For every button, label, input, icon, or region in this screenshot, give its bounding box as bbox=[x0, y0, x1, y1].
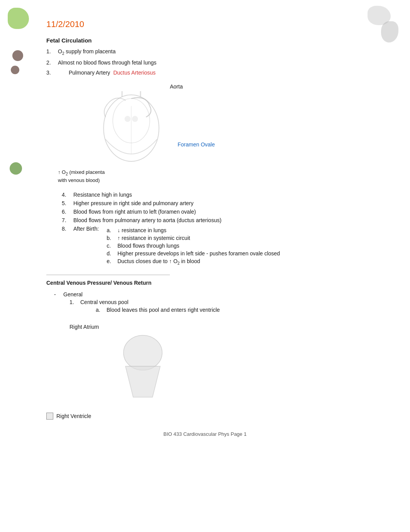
cvp-general-list: - General 1. Central venous pool a. bbox=[54, 291, 387, 316]
page-container: 11/2/2010 Fetal Circulation 1. O2 supply… bbox=[0, 0, 410, 532]
list-content-3: Pulmonary Artery Ductus Arteriosus bbox=[58, 70, 156, 76]
list-content-6: Blood flows from right atrium to left (f… bbox=[73, 209, 196, 215]
central-pool-label: Central venous pool bbox=[80, 299, 129, 305]
after-birth-b: b. ↑ resistance in systemic circuit bbox=[107, 235, 280, 241]
after-birth-c: c. Blood flows through lungs bbox=[107, 243, 280, 249]
after-birth-e: e. Ductus closes due to ↑ O2 in blood bbox=[107, 258, 280, 265]
right-atrium-label: Right Atrium bbox=[69, 324, 99, 330]
gen-sub-sub-list: a. Blood leaves this pool and enters rig… bbox=[96, 307, 220, 313]
svg-point-7 bbox=[124, 335, 162, 370]
blob-green-2 bbox=[10, 162, 22, 175]
after-birth-list: a. ↓ resistance in lungs b. ↑ resistance… bbox=[107, 227, 280, 267]
right-ventricle-text: Right Ventricle bbox=[56, 413, 91, 419]
heart-diagram-2-area: Right Atrium bbox=[69, 324, 387, 409]
general-item: - General 1. Central venous pool a. bbox=[54, 291, 387, 316]
list-content-4: Resistance high in lungs bbox=[73, 192, 132, 198]
sub-content-d: Higher pressure develops in left side - … bbox=[117, 250, 280, 257]
sub-label-d: d. bbox=[107, 250, 117, 257]
sub-2-1: 2 bbox=[62, 51, 64, 56]
section-divider bbox=[46, 275, 170, 275]
list-num-7: 7. bbox=[62, 217, 73, 223]
venous-label: with venous blood) bbox=[58, 177, 100, 183]
right-ventricle-label: Right Ventricle bbox=[46, 413, 387, 420]
pulmonary-artery-label: Pulmonary Artery bbox=[69, 70, 110, 76]
list-item-3: 3. Pulmonary Artery Ductus Arteriosus bbox=[46, 70, 387, 76]
fetal-list-top: 1. O2 supply from placenta 2. Almost no … bbox=[46, 48, 387, 76]
rv-icon bbox=[46, 413, 53, 420]
list-num-1: 1. bbox=[46, 48, 58, 54]
heart-svg bbox=[93, 91, 170, 176]
blob-brown-1 bbox=[12, 50, 23, 61]
list-item-5: 5. Higher pressure in right side and pul… bbox=[62, 200, 387, 206]
sub-label-e: e. bbox=[107, 258, 117, 265]
list-content-7: Blood flows from pulmonary artery to aor… bbox=[73, 217, 222, 223]
list-num-3: 3. bbox=[46, 70, 58, 76]
sub-content-a: ↓ resistance in lungs bbox=[117, 227, 166, 233]
cvp-section: Central Venous Pressure/ Venous Return -… bbox=[46, 275, 387, 420]
list-item-8: 8. After Birth: a. ↓ resistance in lungs… bbox=[62, 226, 387, 267]
blob-green-1 bbox=[8, 8, 29, 29]
list-num-6: 6. bbox=[62, 209, 73, 215]
footer-text: BIO 433 Cardiovascular Phys Page 1 bbox=[163, 431, 246, 437]
main-content: 11/2/2010 Fetal Circulation 1. O2 supply… bbox=[46, 19, 387, 420]
page-footer: BIO 433 Cardiovascular Phys Page 1 bbox=[0, 431, 410, 441]
sub-label-b: b. bbox=[107, 235, 117, 241]
list-num-8: 8. bbox=[62, 226, 73, 232]
section1-title: Fetal Circulation bbox=[46, 37, 387, 44]
sub-content-e: Ductus closes due to ↑ O2 in blood bbox=[117, 258, 200, 265]
list-num-5: 5. bbox=[62, 200, 73, 206]
ductus-arteriosus-label: Ductus Arteriosus bbox=[113, 70, 156, 76]
arrow-up-label: ↑ O2 (mixed placenta bbox=[58, 169, 105, 175]
dash-label: - bbox=[54, 291, 63, 297]
cvp-title: Central Venous Pressure/ Venous Return bbox=[46, 280, 387, 286]
heart-svg-2 bbox=[116, 331, 170, 401]
gen-sub-sub-content-a: Blood leaves this pool and enters right … bbox=[107, 307, 220, 313]
o2-mixed-label: ↑ O2 (mixed placenta with venous blood) bbox=[58, 169, 105, 184]
sub-label-a: a. bbox=[107, 227, 117, 233]
sub-2-e: 2 bbox=[178, 261, 180, 265]
sub-2-o2: 2 bbox=[66, 172, 68, 176]
list-item-6: 6. Blood flows from right atrium to left… bbox=[62, 209, 387, 215]
list-content-1: O2 supply from placenta bbox=[58, 48, 116, 56]
list-item-2: 2. Almost no blood flows through fetal l… bbox=[46, 59, 387, 66]
list-num-4: 4. bbox=[62, 192, 73, 198]
list-content-8: After Birth: bbox=[73, 226, 99, 232]
list-item-7: 7. Blood flows from pulmonary artery to … bbox=[62, 217, 387, 223]
gen-sub-sub-label-a: a. bbox=[96, 307, 107, 313]
list-content-2: Almost no blood flows through fetal lung… bbox=[58, 59, 156, 66]
gen-sub-num-1: 1. bbox=[69, 299, 80, 314]
general-sub-list: 1. Central venous pool a. Blood leaves t… bbox=[69, 299, 220, 314]
general-label: General bbox=[63, 291, 83, 297]
general-sub-1: 1. Central venous pool a. Blood leaves t… bbox=[69, 299, 220, 314]
date-heading: 11/2/2010 bbox=[46, 19, 387, 29]
gen-sub-content-1: Central venous pool a. Blood leaves this… bbox=[80, 299, 220, 314]
list-item-1: 1. O2 supply from placenta bbox=[46, 48, 387, 56]
blob-gray-2 bbox=[381, 21, 398, 42]
gen-sub-sub-a: a. Blood leaves this pool and enters rig… bbox=[96, 307, 220, 313]
blob-brown-2 bbox=[11, 66, 19, 74]
svg-point-6 bbox=[132, 116, 138, 122]
list-item-4: 4. Resistance high in lungs bbox=[62, 192, 387, 198]
heart-diagram-area: Aorta Foram bbox=[69, 80, 387, 188]
pulm-artery-line: Pulmonary Artery Ductus Arteriosus bbox=[69, 70, 156, 76]
foramen-ovale-label: Foramen Ovale bbox=[178, 141, 215, 148]
aorta-label: Aorta bbox=[170, 83, 183, 90]
sub-content-b: ↑ resistance in systemic circuit bbox=[117, 235, 190, 241]
fetal-list-bottom: 4. Resistance high in lungs 5. Higher pr… bbox=[62, 192, 387, 267]
list-num-2: 2. bbox=[46, 59, 58, 66]
sub-label-c: c. bbox=[107, 243, 117, 249]
svg-point-5 bbox=[125, 116, 130, 122]
after-birth-a: a. ↓ resistance in lungs bbox=[107, 227, 280, 233]
after-birth-d: d. Higher pressure develops in left side… bbox=[107, 250, 280, 257]
sub-content-c: Blood flows through lungs bbox=[117, 243, 179, 249]
general-content: General 1. Central venous pool a. Blo bbox=[63, 291, 220, 316]
list-content-5: Higher pressure in right side and pulmon… bbox=[73, 200, 193, 206]
